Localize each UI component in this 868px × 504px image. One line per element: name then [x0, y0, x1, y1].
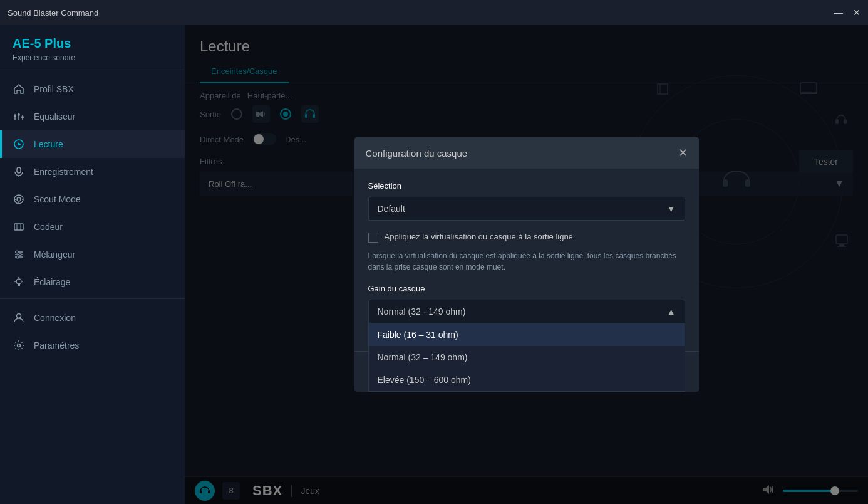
experience-label: Expérience sonore [0, 53, 185, 70]
sidebar: AE-5 Plus Expérience sonore Profil SBX [0, 25, 185, 504]
sidebar-item-equaliseur[interactable]: Equaliseur [0, 103, 185, 130]
scout-icon [13, 193, 25, 206]
sidebar-item-label: Equaliseur [34, 112, 75, 122]
checkbox-info-text: Lorsque la virtualisation du casque est … [368, 250, 685, 273]
user-icon [13, 312, 25, 324]
modal-overlay[interactable]: Configuration du casque ✕ Sélection Defa… [185, 25, 868, 504]
checkbox-row: Appliquez la virtualisation du casque à … [368, 232, 685, 243]
sidebar-item-scout-mode[interactable]: Scout Mode [0, 186, 185, 213]
svg-point-24 [16, 279, 21, 284]
svg-rect-15 [14, 224, 23, 230]
sidebar-item-label: Enregistrement [34, 167, 93, 177]
sidebar-item-enregistrement[interactable]: Enregistrement [0, 158, 185, 186]
svg-point-22 [19, 253, 21, 256]
sidebar-item-connexion[interactable]: Connexion [0, 304, 185, 332]
window-controls: — ✕ [834, 8, 860, 18]
gain-options-list: Faible (16 – 31 ohm) Normal (32 – 149 oh… [368, 323, 685, 392]
settings-icon [13, 339, 25, 352]
mic-icon [13, 165, 25, 178]
svg-rect-7 [17, 167, 21, 173]
sidebar-divider-2 [0, 298, 185, 299]
sidebar-item-lecture[interactable]: Lecture [0, 130, 185, 158]
sidebar-item-label: Mélangeur [34, 249, 75, 260]
home-icon [13, 83, 25, 95]
selection-value: Default [378, 204, 405, 214]
svg-point-23 [16, 256, 19, 258]
selection-select-button[interactable]: Default ▼ [368, 197, 685, 221]
minimize-button[interactable]: — [834, 8, 843, 18]
light-icon [13, 276, 25, 288]
sidebar-item-profil-sbx[interactable]: Profil SBX [0, 75, 185, 103]
device-name: AE-5 Plus [0, 25, 185, 53]
sidebar-item-label: Connexion [34, 313, 76, 323]
app-container: AE-5 Plus Expérience sonore Profil SBX [0, 25, 868, 504]
main-content: Lecture Enceintes/Casque [185, 25, 868, 504]
gain-chevron-up-icon: ▲ [667, 307, 676, 317]
selection-chevron-icon: ▼ [667, 204, 676, 214]
svg-point-9 [14, 195, 23, 204]
sidebar-item-label: Codeur [34, 222, 63, 232]
configuration-modal: Configuration du casque ✕ Sélection Defa… [354, 137, 699, 392]
sidebar-item-eclairage[interactable]: Éclairage [0, 268, 185, 296]
svg-point-4 [18, 113, 20, 116]
modal-header: Configuration du casque ✕ [354, 137, 699, 169]
gain-selected-value: Normal (32 - 149 ohm) [378, 307, 466, 317]
playback-icon [13, 138, 25, 150]
modal-close-button[interactable]: ✕ [678, 146, 688, 160]
gain-option-normal[interactable]: Normal (32 – 149 ohm) [369, 346, 685, 369]
equalizer-icon [13, 110, 25, 123]
selection-dropdown: Default ▼ [368, 197, 685, 221]
sidebar-item-parametres[interactable]: Paramètres [0, 332, 185, 359]
svg-point-29 [17, 314, 21, 318]
svg-point-30 [18, 344, 21, 347]
sidebar-item-codeur[interactable]: Codeur [0, 213, 185, 241]
checkbox-label: Appliquez la virtualisation du casque à … [385, 232, 573, 241]
gain-select-button[interactable]: Normal (32 - 149 ohm) ▲ [368, 300, 685, 323]
gain-dropdown: Normal (32 - 149 ohm) ▲ Faible (16 – 31 … [368, 300, 685, 323]
gain-option-elevee[interactable]: Elevée (150 – 600 ohm) [369, 369, 685, 391]
gain-option-faible[interactable]: Faible (16 – 31 ohm) [369, 323, 685, 346]
selection-label: Sélection [368, 181, 685, 191]
app-title: Sound Blaster Command [8, 8, 98, 18]
svg-point-10 [17, 197, 21, 201]
svg-point-5 [21, 116, 24, 118]
mixer-icon [13, 248, 25, 261]
title-bar: Sound Blaster Command — ✕ [0, 0, 868, 25]
gain-label: Gain du casque [368, 284, 685, 293]
sidebar-item-label: Scout Mode [34, 194, 81, 204]
sidebar-item-label: Éclairage [34, 277, 70, 287]
sidebar-item-label: Lecture [34, 139, 63, 149]
sidebar-item-melangeur[interactable]: Mélangeur [0, 241, 185, 268]
svg-point-3 [14, 115, 16, 117]
modal-body: Sélection Default ▼ Appliquez la virtual… [354, 169, 699, 351]
codeur-icon [13, 221, 25, 233]
sidebar-divider [0, 70, 185, 70]
sidebar-item-label: Profil SBX [34, 84, 74, 94]
svg-point-21 [16, 251, 18, 253]
virtualisation-checkbox[interactable] [368, 233, 378, 243]
close-button[interactable]: ✕ [853, 8, 860, 18]
sidebar-item-label: Paramètres [34, 340, 79, 350]
modal-title: Configuration du casque [366, 148, 468, 159]
